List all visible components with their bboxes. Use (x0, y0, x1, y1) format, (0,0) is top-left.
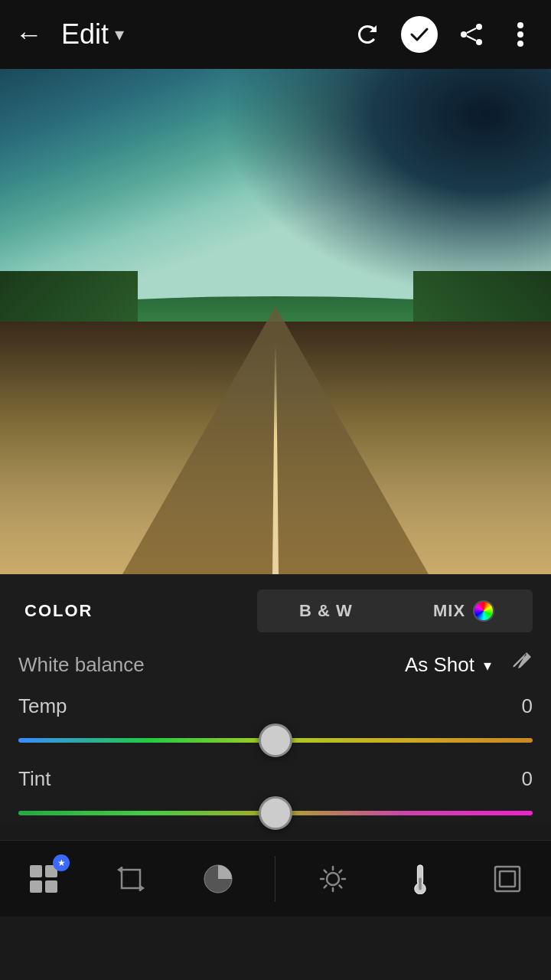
lr-star-badge: ★ (53, 854, 70, 871)
toolbar-item-presets[interactable]: ★ (13, 848, 74, 910)
edit-label: Edit (61, 18, 109, 51)
svg-line-21 (339, 870, 341, 872)
color-wheel-icon (473, 600, 494, 622)
photo-preview (0, 69, 551, 574)
temp-value: 0 (522, 694, 533, 718)
bottom-toolbar: ★ (0, 840, 551, 916)
svg-rect-11 (45, 880, 57, 893)
white-balance-selector[interactable]: As Shot ▾ (405, 653, 491, 677)
tint-slider-section: Tint 0 (18, 767, 533, 825)
color-tab-label: COLOR (24, 601, 93, 621)
photo-canvas (0, 69, 551, 574)
tint-slider-thumb[interactable] (259, 796, 292, 830)
toolbar-item-light[interactable] (302, 848, 364, 910)
svg-point-2 (476, 39, 482, 45)
svg-point-0 (476, 24, 482, 30)
svg-line-20 (339, 885, 341, 887)
toolbar-divider (275, 856, 276, 902)
toolbar-item-color[interactable] (390, 848, 451, 910)
svg-point-7 (517, 41, 523, 47)
svg-line-19 (324, 870, 326, 872)
tab-color[interactable]: COLOR (18, 590, 257, 632)
share-button[interactable] (456, 19, 487, 50)
eyedropper-button[interactable] (510, 651, 533, 679)
toolbar-item-selective[interactable] (187, 848, 249, 910)
header-title: Edit ▾ (61, 18, 124, 51)
confirm-button[interactable] (401, 16, 438, 53)
temp-slider-thumb[interactable] (259, 724, 292, 757)
svg-point-6 (517, 31, 523, 38)
dropdown-arrow[interactable]: ▾ (115, 24, 124, 45)
svg-line-4 (467, 36, 476, 41)
white-balance-value: As Shot (405, 653, 474, 677)
back-button[interactable]: ← (15, 18, 43, 51)
svg-line-3 (467, 28, 476, 33)
toolbar-item-effects[interactable] (477, 848, 538, 910)
svg-rect-8 (30, 865, 42, 877)
controls-panel: COLOR B & W MIX White balance As Shot ▾ … (0, 574, 551, 825)
temp-slider-track[interactable] (18, 729, 533, 752)
svg-line-22 (324, 885, 326, 887)
tint-slider-track[interactable] (18, 802, 533, 825)
more-button[interactable] (505, 19, 536, 50)
mode-tabs: COLOR B & W MIX (18, 590, 533, 632)
svg-rect-27 (500, 871, 515, 887)
warm-overlay (0, 372, 551, 574)
svg-point-5 (517, 22, 523, 28)
white-balance-label: White balance (18, 653, 405, 677)
tab-mix[interactable]: MIX (395, 590, 533, 632)
white-balance-dropdown-arrow: ▾ (484, 656, 491, 675)
mix-tab-label: MIX (433, 601, 465, 621)
undo-button[interactable] (352, 19, 383, 50)
tint-value: 0 (522, 767, 533, 791)
toolbar-item-crop[interactable] (100, 848, 161, 910)
cloud-dark (220, 69, 551, 296)
svg-rect-10 (30, 880, 42, 893)
header-left: ← Edit ▾ (15, 18, 340, 51)
svg-point-1 (461, 31, 467, 38)
white-balance-row: White balance As Shot ▾ (18, 651, 533, 679)
svg-point-14 (327, 873, 339, 885)
temp-slider-section: Temp 0 (18, 694, 533, 752)
header-icons (352, 16, 536, 53)
svg-rect-12 (122, 870, 140, 888)
bw-tab-label: B & W (299, 601, 353, 621)
tab-bw[interactable]: B & W (257, 590, 395, 632)
header: ← Edit ▾ (0, 0, 551, 69)
tint-slider-header: Tint 0 (18, 767, 533, 791)
temp-label: Temp (18, 694, 67, 718)
temp-slider-header: Temp 0 (18, 694, 533, 718)
tint-label: Tint (18, 767, 51, 791)
svg-rect-25 (419, 877, 422, 890)
